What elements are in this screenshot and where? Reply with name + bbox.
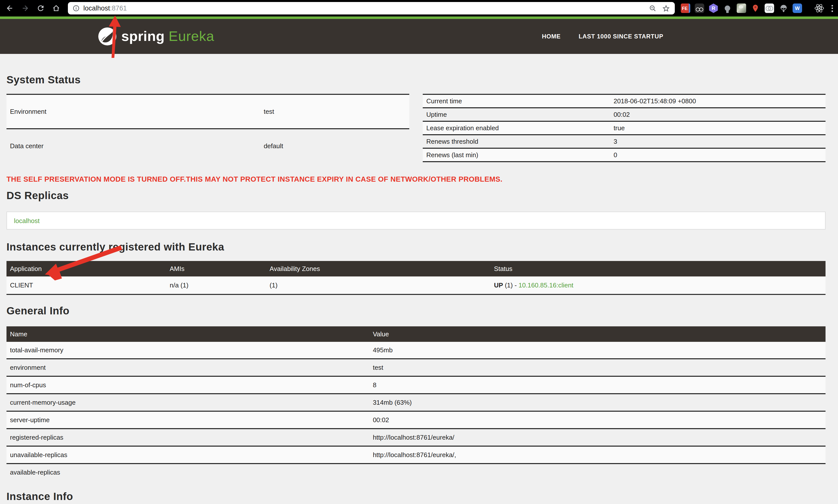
zoom-out-icon[interactable]	[649, 4, 657, 12]
table-row: environmenttest	[6, 359, 825, 376]
instance-row: CLIENT n/a (1) (1) UP (1) - 10.160.85.16…	[6, 276, 825, 294]
table-row: Uptime 00:02	[423, 108, 825, 121]
header-nav: HOME LAST 1000 SINCE STARTUP	[542, 33, 663, 40]
eureka-header: spring Eureka HOME LAST 1000 SINCE START…	[0, 19, 838, 54]
bookmark-star-icon[interactable]	[662, 4, 670, 13]
extension-fe-icon[interactable]: FE	[681, 3, 690, 13]
column-header-name: Name	[6, 326, 369, 342]
row-value: 3	[610, 135, 825, 148]
table-row: unavailable-replicashttp://localhost:876…	[6, 446, 825, 464]
row-label: Lease expiration enabled	[423, 121, 610, 135]
column-header-amis: AMIs	[166, 261, 266, 276]
system-status-right-table: Current time 2018-06-02T15:48:09 +0800 U…	[423, 94, 825, 162]
page-info-icon[interactable]	[72, 4, 80, 12]
info-name: environment	[6, 359, 369, 376]
row-value: test	[260, 94, 409, 129]
screen: localhost:8761 FE R	[0, 0, 838, 504]
row-value: true	[610, 121, 825, 135]
extension-strip: FE R W	[681, 3, 802, 13]
replica-localhost-link[interactable]: localhost	[14, 217, 40, 224]
table-row: Lease expiration enabled true	[423, 121, 825, 135]
system-status-tables: Environment test Data center default Cur…	[6, 94, 825, 162]
info-name: registered-replicas	[6, 429, 369, 446]
info-name: unavailable-replicas	[6, 446, 369, 464]
table-row: Data center default	[6, 129, 409, 162]
brand-accent-line	[0, 16, 838, 19]
table-row: server-uptime00:02	[6, 411, 825, 429]
instances-table: Application AMIs Availability Zones Stat…	[6, 261, 825, 295]
info-value: 8	[369, 376, 825, 394]
info-value: test	[369, 359, 825, 376]
system-status-title: System Status	[6, 54, 825, 86]
table-row: num-of-cpus8	[6, 376, 825, 394]
column-header-availability-zones: Availability Zones	[266, 261, 491, 276]
instance-info-title: Instance Info	[6, 490, 825, 503]
home-icon	[52, 4, 60, 13]
row-label: Uptime	[423, 108, 610, 121]
extension-rings-icon[interactable]	[765, 3, 774, 13]
row-label: Data center	[6, 129, 260, 162]
instance-status-link[interactable]: 10.160.85.16:client	[519, 282, 573, 289]
row-value: 00:02	[610, 108, 825, 121]
info-value	[369, 464, 825, 481]
extension-parachute-icon[interactable]	[779, 3, 788, 13]
general-info-title: General Info	[6, 305, 825, 317]
extension-goggles-icon[interactable]	[695, 3, 704, 13]
table-row: Current time 2018-06-02T15:48:09 +0800	[423, 94, 825, 108]
info-name: server-uptime	[6, 411, 369, 429]
back-button[interactable]	[3, 2, 16, 15]
extension-map-pin-icon[interactable]	[751, 3, 760, 13]
table-row: Renews (last min) 0	[423, 148, 825, 162]
table-row: current-memory-usage314mb (63%)	[6, 394, 825, 411]
forward-arrow-icon	[21, 4, 29, 13]
refresh-button[interactable]	[34, 2, 47, 15]
row-label: Current time	[423, 94, 610, 108]
row-value: 2018-06-02T15:48:09 +0800	[610, 94, 825, 108]
page-content: System Status Environment test Data cent…	[0, 54, 838, 504]
info-value: 495mb	[369, 342, 825, 359]
refresh-icon	[36, 4, 45, 13]
extension-avatar-icon[interactable]	[737, 3, 746, 13]
forward-button[interactable]	[18, 2, 32, 15]
table-row: registered-replicashttp://localhost:8761…	[6, 429, 825, 446]
spring-eureka-brand: spring Eureka	[98, 27, 214, 46]
row-value: default	[260, 129, 409, 162]
system-status-left-table: Environment test Data center default	[6, 94, 409, 162]
info-name: num-of-cpus	[6, 376, 369, 394]
brand-eureka-text: Eureka	[169, 29, 214, 44]
spring-leaf-logo-icon	[98, 27, 117, 46]
table-row: Environment test	[6, 94, 409, 129]
info-value: http://localhost:8761/eureka/,	[369, 446, 825, 464]
info-value: 00:02	[369, 411, 825, 429]
instance-amis: n/a (1)	[166, 276, 266, 294]
info-name: current-memory-usage	[6, 394, 369, 411]
nav-last-1000-link[interactable]: LAST 1000 SINCE STARTUP	[579, 33, 663, 40]
r-label: R	[712, 5, 715, 11]
general-info-header-row: Name Value	[6, 326, 825, 342]
table-row: Renews threshold 3	[423, 135, 825, 148]
row-label: Environment	[6, 94, 260, 129]
extension-lightbulb-icon[interactable]	[723, 3, 732, 13]
extension-w-icon[interactable]: W	[792, 3, 802, 13]
home-button[interactable]	[49, 2, 63, 15]
table-row: available-replicas	[6, 464, 825, 481]
column-header-value: Value	[369, 326, 825, 342]
fe-label: FE	[682, 6, 688, 11]
nav-home-link[interactable]: HOME	[542, 33, 560, 40]
info-name: available-replicas	[6, 464, 369, 481]
react-devtools-button[interactable]	[814, 3, 824, 14]
url-text[interactable]: localhost:8761	[83, 4, 127, 12]
address-bar[interactable]: localhost:8761	[68, 2, 675, 15]
info-value: http://localhost:8761/eureka/	[369, 429, 825, 446]
instances-header-row: Application AMIs Availability Zones Stat…	[6, 261, 825, 276]
status-up: UP	[494, 282, 503, 289]
row-value: 0	[610, 148, 825, 162]
row-label: Renews threshold	[423, 135, 610, 148]
table-row: total-avail-memory495mb	[6, 342, 825, 359]
column-header-application: Application	[6, 261, 166, 276]
row-label: Renews (last min)	[423, 148, 610, 162]
browser-menu-button[interactable]	[832, 5, 833, 12]
extension-r-hexagon-icon[interactable]: R	[709, 3, 718, 13]
react-atom-icon	[814, 3, 824, 14]
url-host: localhost	[83, 4, 110, 12]
